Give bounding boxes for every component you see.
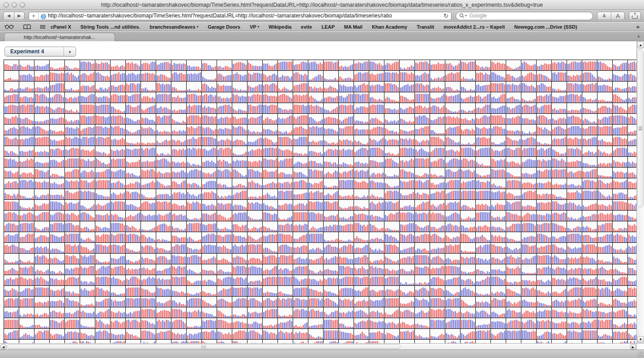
bookmark-item-cpanel-x[interactable]: cPanel X [51,24,71,30]
chart-cell[interactable] [64,275,80,285]
chart-cell[interactable] [567,285,582,296]
chart-cell[interactable] [156,146,171,156]
chart-cell[interactable] [612,178,627,189]
chart-cell[interactable] [490,167,506,178]
chart-cell[interactable] [217,189,232,199]
chart-cell[interactable] [277,81,293,92]
chart-cell[interactable] [141,275,156,285]
chart-cell[interactable] [201,146,217,156]
chart-cell[interactable] [247,178,262,189]
chart-cell[interactable] [612,113,627,124]
chart-cell[interactable] [262,167,277,178]
chart-cell[interactable] [308,232,323,242]
chart-cell[interactable] [414,146,430,156]
chart-cell[interactable] [247,92,262,103]
chart-cell[interactable] [110,221,125,232]
chart-cell[interactable] [156,275,171,285]
chart-cell[interactable] [308,156,323,167]
chart-cell[interactable] [490,81,506,92]
chart-cell[interactable] [399,199,414,210]
chart-cell[interactable] [612,285,627,296]
chart-cell[interactable] [293,242,308,253]
chart-cell[interactable] [627,199,636,210]
chart-cell[interactable] [414,113,430,124]
chart-cell[interactable] [354,285,369,296]
chart-cell[interactable] [384,285,399,296]
chart-cell[interactable] [597,242,612,253]
chart-cell[interactable] [323,296,338,307]
chart-cell[interactable] [475,210,490,221]
chart-cell[interactable] [80,285,95,296]
chart-cell[interactable] [4,199,19,210]
chart-cell[interactable] [475,285,490,296]
chart-cell[interactable] [186,156,201,167]
horizontal-scrollbar-thumb[interactable] [7,344,401,349]
chart-cell[interactable] [247,189,262,199]
chart-cell[interactable] [156,189,171,199]
chart-cell[interactable] [4,307,19,318]
chart-cell[interactable] [460,242,475,253]
chart-cell[interactable] [156,199,171,210]
chart-cell[interactable] [354,113,369,124]
chart-cell[interactable] [34,221,49,232]
chart-cell[interactable] [627,167,636,178]
chart-cell[interactable] [110,81,125,92]
chart-cell[interactable] [551,146,567,156]
bookmark-folder-branchesandleaves[interactable]: branchesandleaves▾ [150,24,199,30]
chart-cell[interactable] [95,339,110,343]
chart-cell[interactable] [201,221,217,232]
chart-cell[interactable] [384,242,399,253]
chart-cell[interactable] [277,146,293,156]
chart-cell[interactable] [399,81,414,92]
chart-cell[interactable] [506,296,521,307]
chart-cell[interactable] [49,199,64,210]
chart-cell[interactable] [460,60,475,70]
chart-cell[interactable] [34,60,49,70]
chart-cell[interactable] [414,210,430,221]
chart-cell[interactable] [201,275,217,285]
chart-cell[interactable] [521,135,536,146]
chart-cell[interactable] [141,103,156,113]
chart-cell[interactable] [247,199,262,210]
chart-cell[interactable] [232,92,247,103]
chart-cell[interactable] [125,92,141,103]
chart-cell[interactable] [338,253,354,264]
chart-cell[interactable] [64,232,80,242]
chart-cell[interactable] [582,60,597,70]
chart-cell[interactable] [521,328,536,339]
chart-cell[interactable] [125,296,141,307]
chart-cell[interactable] [49,328,64,339]
chart-cell[interactable] [627,81,636,92]
chart-cell[interactable] [4,167,19,178]
chart-cell[interactable] [95,178,110,189]
chart-cell[interactable] [506,275,521,285]
chart-cell[interactable] [217,339,232,343]
chart-cell[interactable] [49,307,64,318]
chart-cell[interactable] [293,124,308,135]
chart-cell[interactable] [354,60,369,70]
chart-cell[interactable] [277,70,293,81]
chart-cell[interactable] [293,189,308,199]
back-button[interactable]: ◀ [4,12,14,20]
chart-cell[interactable] [323,221,338,232]
chart-cell[interactable] [475,178,490,189]
chart-cell[interactable] [232,103,247,113]
chart-cell[interactable] [80,199,95,210]
chart-cell[interactable] [445,264,460,275]
chart-cell[interactable] [247,135,262,146]
chart-cell[interactable] [536,328,551,339]
chart-cell[interactable] [125,167,141,178]
chart-cell[interactable] [232,60,247,70]
tab-localhost-timeseries[interactable]: http://localhost/~tamaratershak... [4,33,115,41]
chart-cell[interactable] [506,253,521,264]
chart-cell[interactable] [399,253,414,264]
chart-cell[interactable] [430,339,445,343]
chart-cell[interactable] [582,113,597,124]
chart-cell[interactable] [551,232,567,242]
scroll-down-button[interactable]: ▼ [637,336,644,343]
chart-cell[interactable] [551,328,567,339]
chart-cell[interactable] [567,221,582,232]
chart-cell[interactable] [247,60,262,70]
chart-cell[interactable] [34,318,49,328]
chart-cell[interactable] [627,60,636,70]
